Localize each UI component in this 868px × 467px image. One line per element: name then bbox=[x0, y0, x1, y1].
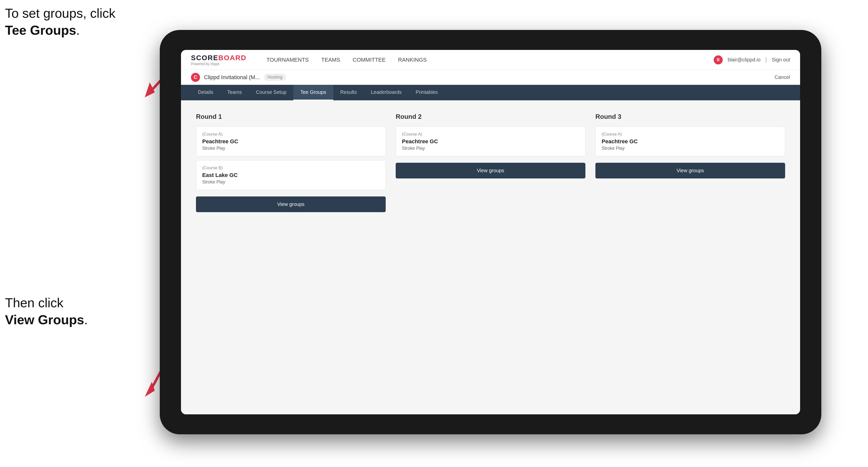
round-2-course-a-format: Stroke Play bbox=[402, 146, 579, 151]
round-3-column: Round 3 (Course A) Peachtree GC Stroke P… bbox=[595, 113, 785, 212]
round-1-course-a-format: Stroke Play bbox=[202, 146, 379, 151]
tab-leaderboards[interactable]: Leaderboards bbox=[364, 85, 408, 100]
tournament-name: Clippd Invitational (M... bbox=[204, 74, 260, 81]
tab-details[interactable]: Details bbox=[191, 85, 220, 100]
nav-rankings[interactable]: RANKINGS bbox=[398, 57, 427, 63]
round-2-column: Round 2 (Course A) Peachtree GC Stroke P… bbox=[396, 113, 585, 212]
instruction-bottom-line1: Then click bbox=[5, 295, 63, 310]
instruction-top-bold: Tee Groups bbox=[5, 23, 76, 37]
nav-links: TOURNAMENTS TEAMS COMMITTEE RANKINGS bbox=[267, 57, 699, 63]
top-nav: SCOREBOARD Powered by clippit TOURNAMENT… bbox=[181, 50, 800, 70]
tab-printables[interactable]: Printables bbox=[409, 85, 445, 100]
tab-course-setup[interactable]: Course Setup bbox=[249, 85, 293, 100]
round-3-course-a-format: Stroke Play bbox=[601, 146, 779, 151]
tablet-screen: SCOREBOARD Powered by clippit TOURNAMENT… bbox=[181, 50, 800, 414]
round-1-course-a-name: Peachtree GC bbox=[202, 138, 379, 145]
nav-committee[interactable]: COMMITTEE bbox=[353, 57, 386, 63]
sign-out-link[interactable]: Sign out bbox=[772, 57, 790, 63]
nav-teams[interactable]: TEAMS bbox=[321, 57, 340, 63]
tournament-icon: C bbox=[191, 73, 200, 82]
svg-marker-1 bbox=[145, 82, 155, 97]
round-1-course-b-card: (Course B) East Lake GC Stroke Play bbox=[196, 160, 386, 190]
nav-tournaments[interactable]: TOURNAMENTS bbox=[267, 57, 309, 63]
round-1-column: Round 1 (Course A) Peachtree GC Stroke P… bbox=[196, 113, 386, 212]
round-1-course-b-format: Stroke Play bbox=[202, 180, 379, 185]
hosting-badge: Hosting bbox=[264, 74, 286, 81]
user-email: blair@clippd.io bbox=[728, 57, 761, 63]
logo-sub: Powered by clippit bbox=[191, 62, 246, 66]
round-2-course-a-name: Peachtree GC bbox=[402, 138, 579, 145]
instruction-top-line1: To set groups, click bbox=[5, 6, 115, 21]
round-1-course-a-label: (Course A) bbox=[202, 132, 379, 137]
round-2-course-a-label: (Course A) bbox=[402, 132, 579, 137]
tab-bar: Details Teams Course Setup Tee Groups Re… bbox=[181, 85, 800, 100]
instruction-top-suffix: . bbox=[76, 23, 80, 37]
tab-results[interactable]: Results bbox=[333, 85, 364, 100]
round-1-title: Round 1 bbox=[196, 113, 386, 121]
round-1-course-b-label: (Course B) bbox=[202, 165, 379, 170]
tournament-bar: C Clippd Invitational (M... Hosting Canc… bbox=[181, 70, 800, 85]
instruction-bottom: Then click View Groups. bbox=[5, 294, 88, 328]
cancel-button[interactable]: Cancel bbox=[775, 74, 790, 80]
round-2-view-groups-button[interactable]: View groups bbox=[396, 163, 585, 179]
round-2-title: Round 2 bbox=[396, 113, 585, 121]
rounds-container: Round 1 (Course A) Peachtree GC Stroke P… bbox=[196, 113, 785, 212]
instruction-bottom-bold: View Groups bbox=[5, 312, 84, 327]
tournament-title-area: C Clippd Invitational (M... Hosting bbox=[191, 73, 286, 82]
logo-text: SCOREBOARD bbox=[191, 54, 246, 62]
round-1-course-a-card: (Course A) Peachtree GC Stroke Play bbox=[196, 127, 386, 156]
user-avatar: B bbox=[714, 55, 723, 64]
round-1-view-groups-button[interactable]: View groups bbox=[196, 196, 386, 212]
instruction-top: To set groups, click Tee Groups. bbox=[5, 5, 115, 39]
round-3-course-a-name: Peachtree GC bbox=[601, 138, 779, 145]
tab-tee-groups[interactable]: Tee Groups bbox=[293, 85, 333, 100]
tab-teams[interactable]: Teams bbox=[220, 85, 249, 100]
tablet-device: SCOREBOARD Powered by clippit TOURNAMENT… bbox=[160, 30, 821, 434]
instruction-bottom-suffix: . bbox=[84, 312, 88, 327]
round-1-course-b-name: East Lake GC bbox=[202, 172, 379, 179]
round-3-course-a-card: (Course A) Peachtree GC Stroke Play bbox=[595, 127, 785, 156]
round-3-view-groups-button[interactable]: View groups bbox=[595, 163, 785, 179]
main-content: Round 1 (Course A) Peachtree GC Stroke P… bbox=[181, 100, 800, 414]
round-2-course-a-card: (Course A) Peachtree GC Stroke Play bbox=[396, 127, 585, 156]
round-3-course-a-label: (Course A) bbox=[601, 132, 779, 137]
nav-right: B blair@clippd.io | Sign out bbox=[714, 55, 790, 64]
round-3-title: Round 3 bbox=[595, 113, 785, 121]
logo-area: SCOREBOARD Powered by clippit bbox=[191, 54, 246, 66]
